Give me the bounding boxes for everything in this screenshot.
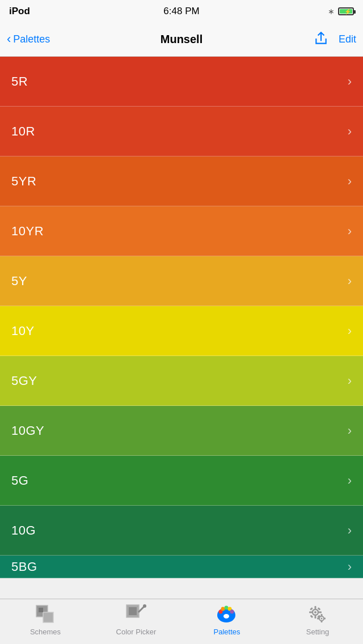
color-row-10r[interactable]: 10R › bbox=[0, 107, 363, 156]
status-bar: iPod 6:48 PM ∗ ⚡ bbox=[0, 0, 363, 23]
tab-color-picker[interactable]: Color Picker bbox=[102, 604, 170, 636]
color-row-label: 10G bbox=[11, 523, 36, 538]
color-row-10yr[interactable]: 10YR › bbox=[0, 206, 363, 256]
setting-icon bbox=[307, 604, 328, 625]
svg-rect-17 bbox=[315, 616, 316, 618]
color-row-chevron-icon: › bbox=[348, 324, 352, 338]
svg-rect-28 bbox=[317, 618, 319, 620]
nav-title: Munsell bbox=[161, 33, 202, 46]
color-row-label: 5R bbox=[11, 74, 28, 89]
svg-rect-1 bbox=[43, 612, 53, 622]
share-button[interactable] bbox=[314, 31, 328, 48]
status-icons: ∗ ⚡ bbox=[328, 7, 354, 16]
svg-rect-27 bbox=[321, 620, 323, 622]
svg-point-25 bbox=[321, 618, 323, 620]
color-row-label: 5BG bbox=[11, 560, 37, 574]
color-list: 5R › 10R › 5YR › 10YR › 5Y › 10Y › 5GY ›… bbox=[0, 57, 363, 599]
color-row-chevron-icon: › bbox=[348, 124, 352, 139]
back-button[interactable]: ‹ Palettes bbox=[7, 33, 50, 45]
back-label: Palettes bbox=[13, 33, 50, 45]
color-row-label: 10R bbox=[11, 124, 35, 139]
tab-schemes-label: Schemes bbox=[30, 628, 61, 636]
color-row-10y[interactable]: 10Y › bbox=[0, 306, 363, 356]
color-row-chevron-icon: › bbox=[348, 274, 352, 289]
svg-rect-26 bbox=[321, 614, 323, 616]
schemes-icon bbox=[35, 604, 56, 625]
svg-rect-16 bbox=[315, 606, 316, 609]
svg-point-13 bbox=[230, 610, 234, 614]
nav-bar: ‹ Palettes Munsell Edit bbox=[0, 23, 363, 57]
tab-schemes[interactable]: Schemes bbox=[11, 604, 79, 636]
color-row-label: 5YR bbox=[11, 174, 36, 189]
svg-rect-18 bbox=[309, 612, 312, 613]
color-row-5r[interactable]: 5R › bbox=[0, 57, 363, 107]
color-row-5yr[interactable]: 5YR › bbox=[0, 156, 363, 206]
tab-setting-label: Setting bbox=[306, 628, 329, 636]
color-row-5g[interactable]: 5G › bbox=[0, 456, 363, 506]
color-row-5bg[interactable]: 5BG › bbox=[0, 556, 363, 578]
svg-point-8 bbox=[223, 614, 229, 618]
back-chevron-icon: ‹ bbox=[7, 33, 11, 45]
tab-palettes-label: Palettes bbox=[214, 628, 240, 636]
color-row-chevron-icon: › bbox=[348, 74, 352, 89]
svg-rect-19 bbox=[319, 612, 322, 613]
color-row-label: 10YR bbox=[11, 224, 44, 239]
color-row-chevron-icon: › bbox=[348, 423, 352, 438]
color-row-chevron-icon: › bbox=[348, 560, 352, 574]
bluetooth-icon: ∗ bbox=[328, 7, 335, 16]
color-row-label: 5GY bbox=[11, 374, 37, 388]
color-row-chevron-icon: › bbox=[348, 374, 352, 388]
tab-bar: Schemes Color Picker Palett bbox=[0, 599, 363, 644]
tab-palettes[interactable]: Palettes bbox=[193, 604, 261, 636]
color-row-chevron-icon: › bbox=[348, 473, 352, 488]
bolt-icon: ⚡ bbox=[344, 9, 351, 15]
color-row-label: 10Y bbox=[11, 324, 35, 338]
svg-rect-2 bbox=[39, 608, 43, 612]
color-row-5y[interactable]: 5Y › bbox=[0, 256, 363, 306]
svg-rect-29 bbox=[323, 618, 326, 620]
color-row-chevron-icon: › bbox=[348, 174, 352, 189]
svg-rect-4 bbox=[129, 607, 137, 615]
color-row-label: 10GY bbox=[11, 423, 44, 438]
palettes-icon bbox=[216, 604, 238, 625]
device-name: iPod bbox=[9, 6, 30, 17]
color-row-10gy[interactable]: 10GY › bbox=[0, 406, 363, 456]
color-row-10g[interactable]: 10G › bbox=[0, 506, 363, 556]
edit-button[interactable]: Edit bbox=[339, 33, 356, 45]
tab-setting[interactable]: Setting bbox=[284, 604, 352, 636]
svg-point-6 bbox=[143, 604, 146, 608]
svg-rect-20 bbox=[310, 607, 313, 611]
color-picker-icon bbox=[125, 604, 147, 625]
color-row-5gy[interactable]: 5GY › bbox=[0, 356, 363, 406]
share-icon bbox=[314, 31, 328, 46]
nav-right-buttons: Edit bbox=[314, 31, 356, 48]
battery-icon: ⚡ bbox=[338, 7, 354, 15]
color-row-label: 5G bbox=[11, 473, 28, 488]
color-row-chevron-icon: › bbox=[348, 224, 352, 239]
svg-point-15 bbox=[314, 611, 316, 613]
tab-color-picker-label: Color Picker bbox=[116, 628, 157, 636]
color-row-label: 5Y bbox=[11, 274, 27, 289]
color-row-chevron-icon: › bbox=[348, 523, 352, 538]
svg-point-10 bbox=[221, 607, 225, 611]
status-time: 6:48 PM bbox=[163, 6, 199, 17]
svg-point-11 bbox=[225, 606, 229, 610]
svg-rect-22 bbox=[310, 615, 314, 618]
